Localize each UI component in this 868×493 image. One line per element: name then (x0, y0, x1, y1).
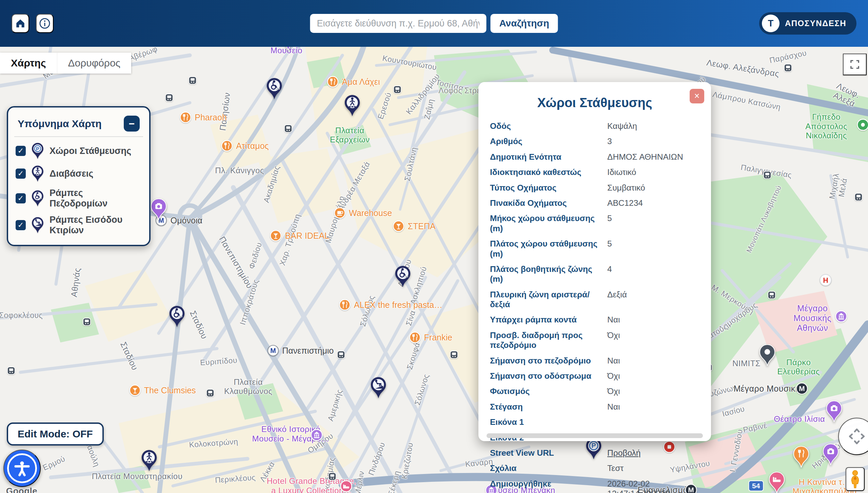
logout-button[interactable]: T ΑΠΟΣΥΝΔΕΣΗ (759, 12, 856, 35)
home-button[interactable] (12, 14, 29, 33)
poi-icon (221, 140, 233, 152)
poi-marker[interactable]: The Clumsies (129, 384, 196, 396)
search-group: Αναζήτηση (310, 14, 558, 33)
map-pin[interactable] (265, 78, 283, 100)
poi-marker[interactable]: ΣΤΕΠΑ (393, 220, 436, 232)
poi-marker[interactable]: Pharaoh (179, 111, 227, 123)
detail-value: 3 (607, 136, 612, 146)
detail-label: Οδός (490, 121, 607, 131)
poi-icon (339, 299, 351, 311)
poi-icon (270, 230, 282, 242)
detail-label: Αριθμός (490, 136, 607, 146)
info-button[interactable] (36, 14, 54, 33)
map-pin[interactable] (150, 198, 167, 220)
detail-label: Πλάτος βοηθητικής ζώνης (m) (490, 264, 607, 284)
poi-marker[interactable]: Warehouse (334, 207, 392, 219)
tab-satellite[interactable]: Δορυφόρος (57, 53, 132, 74)
poi-badge-icon[interactable] (795, 382, 808, 395)
detail-row: Ιδιοκτησιακό καθεστώς Ιδιωτικό (487, 164, 702, 180)
poi-badge-icon[interactable] (819, 274, 832, 287)
poi-marker[interactable]: BAR IDEAL (270, 230, 329, 242)
map-pin[interactable] (279, 47, 297, 51)
detail-value: Όχι (607, 330, 620, 340)
legend-item[interactable]: ✓ Διαβάσεις (16, 165, 142, 182)
poi-label: Άμα Λάχει (342, 77, 380, 86)
legend-checkbox[interactable]: ✓ (16, 146, 26, 156)
poi-badge-icon[interactable] (835, 310, 848, 323)
poi-label: Pharaoh (195, 113, 227, 122)
search-input[interactable] (310, 14, 486, 33)
detail-row: Δημιουργήθηκε 2026-02-02 12:47:14.799998 (487, 476, 702, 493)
legend-item-label: Διαβάσεις (50, 169, 93, 179)
poi-badge-icon[interactable] (856, 118, 868, 131)
poi-marker[interactable]: Άμα Λάχει (327, 76, 380, 88)
detail-label: Πλάτος χώρου στάθμευσης (m) (490, 239, 607, 259)
detail-row: Δημοτική Ενότητα ΔΗΜΟΣ ΑΘΗΝΑΙΩΝ (487, 149, 702, 164)
poi-badge-icon[interactable] (340, 480, 353, 493)
poi-label: Frankie (424, 333, 452, 342)
map-pin[interactable] (140, 449, 158, 472)
detail-label: Σχόλια (490, 463, 607, 473)
legend-collapse-button[interactable]: − (124, 116, 140, 132)
detail-row: Σήμανση στο πεζοδρόμιο Ναι (487, 353, 702, 368)
map-pin[interactable] (768, 472, 786, 493)
poi-label: The Clumsies (144, 386, 196, 395)
map-pin[interactable] (343, 95, 361, 117)
detail-label: Φωτισμός (490, 386, 607, 396)
metro-label: Πανεπιστήμιο (282, 346, 334, 355)
detail-value: Τεστ (607, 463, 624, 473)
legend-panel: Υπόμνημα Χάρτη − ✓ Χώροι Στάθμευσης ✓ Δι… (7, 106, 151, 246)
detail-label: Δημοτική Ενότητα (490, 152, 607, 162)
detail-row: Street View URL Προβολή (487, 445, 702, 460)
legend-item[interactable]: ✓ Ράμπες Εισόδου Κτιρίων (16, 215, 142, 236)
detail-row: Πλάτος χώρου στάθμευσης (m) 5 (487, 236, 702, 261)
close-button[interactable]: × (690, 89, 704, 103)
edit-mode-button[interactable]: Edit Mode: OFF (7, 422, 104, 446)
poi-marker[interactable]: ALEX the fresh pasta… (339, 299, 442, 311)
poi-marker[interactable]: Ατίταμος (221, 140, 269, 152)
legend-checkbox[interactable]: ✓ (16, 193, 26, 203)
legend-item-label: Χώροι Στάθμευσης (50, 146, 131, 156)
detail-value: Συμβατικό (607, 183, 645, 193)
fullscreen-icon (850, 59, 860, 70)
detail-value: 2026-02-02 12:47:14.799998 (607, 479, 699, 493)
poi-badge-icon[interactable] (310, 429, 323, 441)
map-canvas[interactable]: ΑβέρωφΜάρνηΠατησίωνΚουντουριώτουΤοσίτσαΖ… (0, 47, 868, 493)
horizontal-scrollbar[interactable] (487, 433, 703, 438)
accessibility-button[interactable] (3, 450, 41, 487)
poi-label: Ατίταμος (236, 141, 269, 151)
fullscreen-button[interactable] (843, 54, 867, 75)
detail-label: Μήκος χώρου στάθμευσης (m) (490, 213, 607, 233)
map-pin[interactable] (394, 265, 412, 288)
map-pin[interactable] (792, 446, 810, 468)
legend-item[interactable]: ✓ Ράμπες Πεζοδρομίων (16, 188, 142, 209)
map-pin[interactable] (370, 376, 387, 399)
legend-pin-icon (31, 190, 44, 207)
detail-row: Εικόνα 1 (487, 414, 702, 430)
detail-row: Σχόλια Τεστ (487, 460, 702, 476)
detail-value: 5 (607, 213, 612, 223)
detail-row: Αριθμός 3 (487, 134, 702, 149)
map-pin[interactable] (758, 344, 776, 366)
legend-pin-icon (31, 142, 44, 159)
legend-pin-icon (31, 217, 44, 234)
detail-row: Φωτισμός Όχι (487, 383, 702, 399)
poi-marker[interactable]: Frankie (409, 331, 452, 343)
detail-row: Οδός Καψάλη (487, 118, 702, 134)
metro-station[interactable]: Πανεπιστήμιο (267, 344, 334, 357)
map-pin[interactable] (822, 443, 840, 466)
search-button[interactable]: Αναζήτηση (490, 14, 558, 33)
map-pin[interactable] (825, 400, 843, 422)
poi-label: ALEX the fresh pasta… (354, 300, 442, 310)
detail-row: Πινακίδα Οχήματος ABC1234 (487, 195, 702, 211)
topbar: Αναζήτηση T ΑΠΟΣΥΝΔΕΣΗ (0, 0, 868, 47)
tab-map[interactable]: Χάρτης (0, 53, 57, 74)
detail-value: Όχι (607, 386, 620, 396)
legend-item[interactable]: ✓ Χώροι Στάθμευσης (16, 142, 142, 159)
legend-divider (14, 136, 143, 137)
detail-label: Σήμανση στο πεζοδρόμιο (490, 356, 607, 366)
map-pin[interactable] (168, 305, 186, 328)
legend-checkbox[interactable]: ✓ (16, 220, 26, 230)
legend-checkbox[interactable]: ✓ (16, 169, 26, 179)
pegman-button[interactable] (846, 467, 865, 491)
